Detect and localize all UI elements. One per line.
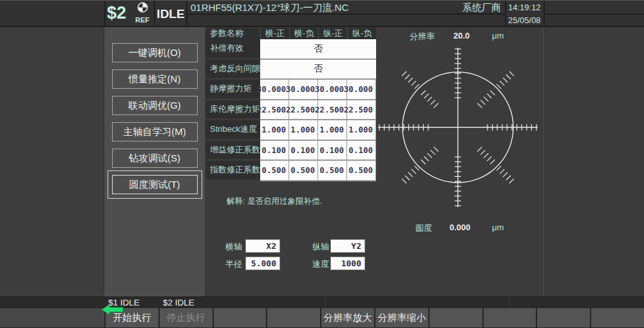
status-divider xyxy=(509,297,509,308)
panel-divider xyxy=(543,27,544,296)
roundness-unit: μm xyxy=(492,223,504,232)
param-value-cell[interactable]: 0.500 xyxy=(289,161,318,181)
sidebar-button-6[interactable]: 圆度测试(T) xyxy=(112,175,198,194)
softkey-button-2[interactable]: 停止执行 xyxy=(160,308,213,327)
param-value-cell[interactable]: 1.000 xyxy=(347,120,376,141)
param-row-label: 指数修正系数 xyxy=(206,161,260,181)
param-value-cell[interactable]: 1.000 xyxy=(318,120,347,141)
sidebar: 一键调机(O)惯量推定(N)联动调优(G)主轴自学习(M)钻攻调试(S)圆度测试… xyxy=(104,27,205,296)
status-divider xyxy=(325,297,326,308)
v-axis-input[interactable]: Y2 xyxy=(330,239,365,253)
speed-input[interactable]: 1000 xyxy=(330,257,365,270)
channel-status-bar: $1 IDLE $2 IDLE xyxy=(0,296,644,307)
param-value-cell[interactable]: 30.000 xyxy=(260,80,289,100)
param-row-label: 静摩擦力矩 xyxy=(206,80,260,100)
param-value-cell[interactable]: 0.100 xyxy=(289,141,318,161)
v-axis-label: 纵轴 xyxy=(312,241,329,253)
roundness-value: 0.000 xyxy=(450,223,471,232)
param-value-cell[interactable]: 0.500 xyxy=(260,161,289,181)
top-bar: $2 REF IDLE 01RHF55(R1X7)-12°球刀-一刀流.NC 系… xyxy=(0,0,644,27)
param-value-cell[interactable]: 22.500 xyxy=(347,100,376,121)
resolution-unit: μm xyxy=(492,31,504,41)
param-value-cell[interactable]: 0.500 xyxy=(318,161,347,181)
sidebar-button-3[interactable]: 联动调优(G) xyxy=(112,96,198,115)
param-value-cell[interactable]: 30.000 xyxy=(347,80,376,100)
topbar-divider xyxy=(104,1,106,28)
param-merged-value[interactable]: 否 xyxy=(260,39,376,60)
channel2-status: $2 IDLE xyxy=(163,297,194,308)
clock-date: 25/05/08 xyxy=(508,14,541,27)
param-value-cell[interactable]: 30.000 xyxy=(289,80,318,100)
explanation-text: 解释: 是否启用过象限补偿. xyxy=(227,196,322,207)
table-header: 横-正 xyxy=(260,28,289,39)
resolution-value: 20.0 xyxy=(453,31,469,41)
machine-mode-status: IDLE xyxy=(155,1,186,28)
param-row-label: 库伦摩擦力矩 xyxy=(206,100,260,121)
vendor-label: 系统厂商 xyxy=(462,1,501,14)
param-row-label: 增益修正系数 xyxy=(206,141,260,161)
main-panel: 参数名称横-正横-负纵-正纵-负补偿有效否考虑反向间隙否静摩擦力矩30.0003… xyxy=(205,27,644,296)
softkey-empty-7 xyxy=(430,308,482,327)
softkey-empty-8 xyxy=(484,308,536,327)
speed-label: 速度 xyxy=(312,259,329,270)
table-header: 参数名称 xyxy=(206,28,260,39)
softkey-row: 开始执行停止执行分辨率放大分辨率缩小 xyxy=(0,307,644,328)
sidebar-button-5[interactable]: 钻攻调试(S) xyxy=(112,149,198,168)
param-value-cell[interactable]: 30.000 xyxy=(318,80,347,100)
param-row-label: 考虑反向间隙 xyxy=(206,60,260,80)
softkey-empty-3 xyxy=(214,308,267,327)
softkey-empty-10 xyxy=(591,308,644,327)
param-value-cell[interactable]: 1.000 xyxy=(289,120,318,141)
softkey-empty-9 xyxy=(537,308,590,327)
param-row-label: 补偿有效 xyxy=(206,39,260,60)
parameter-table: 参数名称横-正横-负纵-正纵-负补偿有效否考虑反向间隙否静摩擦力矩30.0003… xyxy=(206,28,376,181)
param-value-cell[interactable]: 0.100 xyxy=(347,141,376,161)
softkeys: 开始执行停止执行分辨率放大分辨率缩小 xyxy=(104,308,644,327)
table-header: 纵-正 xyxy=(318,28,347,39)
clock-time: 14:19:12 xyxy=(508,1,541,14)
param-value-cell[interactable]: 0.100 xyxy=(318,141,347,161)
ref-target-icon xyxy=(137,2,148,13)
roundness-label: 圆度 xyxy=(415,223,432,234)
param-value-cell[interactable]: 0.100 xyxy=(260,141,289,161)
softkey-button-6[interactable]: 分辨率缩小 xyxy=(375,308,428,327)
h-axis-label: 横轴 xyxy=(225,241,242,253)
sidebar-button-2[interactable]: 惯量推定(N) xyxy=(112,69,198,89)
softkey-empty-4 xyxy=(267,308,320,327)
left-empty-panel xyxy=(0,27,104,296)
sidebar-button-4[interactable]: 主轴自学习(M) xyxy=(112,122,198,141)
radius-label: 半径 xyxy=(225,259,242,270)
param-value-cell[interactable]: 22.500 xyxy=(289,100,318,121)
table-header: 纵-负 xyxy=(347,28,376,39)
topbar-row-divider xyxy=(545,14,644,15)
channel-indicator: $2 xyxy=(107,3,126,23)
exec-cursor-left-arrow-icon xyxy=(102,304,123,315)
resolution-label: 分辨率 xyxy=(410,31,435,42)
table-header: 横-负 xyxy=(289,28,318,39)
ref-label: REF xyxy=(131,16,153,24)
softkey-button-5[interactable]: 分辨率放大 xyxy=(321,308,374,327)
machine-tuning-screen: $2 REF IDLE 01RHF55(R1X7)-12°球刀-一刀流.NC 系… xyxy=(0,0,644,328)
param-value-cell[interactable]: 1.000 xyxy=(260,120,289,141)
topbar-divider xyxy=(505,1,506,28)
param-row-label: Stribeck速度 xyxy=(206,120,260,141)
topbar-row-divider xyxy=(187,14,505,15)
param-merged-value[interactable]: 否 xyxy=(260,60,376,80)
param-value-cell[interactable]: 22.500 xyxy=(318,100,347,121)
h-axis-input[interactable]: X2 xyxy=(245,239,280,253)
radius-input[interactable]: 5.000 xyxy=(245,257,280,270)
ref-indicator: REF xyxy=(131,2,153,24)
sidebar-button-1[interactable]: 一键调机(O) xyxy=(112,43,198,62)
roundness-plot xyxy=(375,44,541,210)
param-value-cell[interactable]: 22.500 xyxy=(260,100,289,121)
program-name: 01RHF55(R1X7)-12°球刀-一刀流.NC xyxy=(191,1,348,14)
param-value-cell[interactable]: 0.500 xyxy=(347,161,376,181)
